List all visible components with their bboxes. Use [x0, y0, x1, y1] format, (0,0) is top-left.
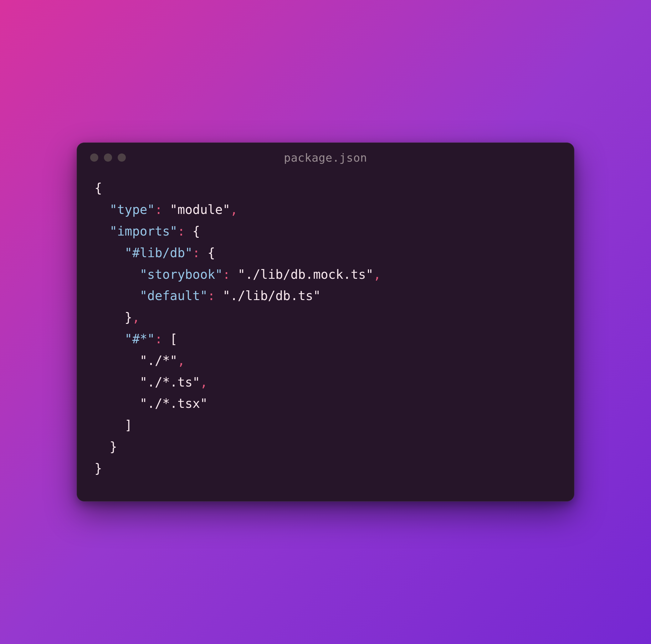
code-line: ] — [95, 414, 556, 436]
window-title: package.json — [284, 151, 367, 164]
code-area[interactable]: { "type": "module", "imports": { "#lib/d… — [77, 168, 574, 501]
code-line: "type": "module", — [95, 199, 556, 221]
code-line: "#lib/db": { — [95, 242, 556, 264]
code-line: "storybook": "./lib/db.mock.ts", — [95, 264, 556, 285]
maximize-icon[interactable] — [118, 153, 126, 162]
code-line: "./*", — [95, 350, 556, 372]
code-line: "default": "./lib/db.ts" — [95, 285, 556, 306]
code-line: "imports": { — [95, 221, 556, 242]
code-line: "./*.tsx" — [95, 393, 556, 414]
editor-window: package.json { "type": "module", "import… — [77, 143, 574, 501]
titlebar: package.json — [77, 143, 574, 168]
code-line: { — [95, 177, 556, 199]
code-line: }, — [95, 306, 556, 328]
close-icon[interactable] — [90, 153, 98, 162]
minimize-icon[interactable] — [104, 153, 112, 162]
code-line: } — [95, 458, 556, 479]
code-line: "./*.ts", — [95, 372, 556, 393]
traffic-lights — [90, 153, 126, 162]
code-line: "#*": [ — [95, 328, 556, 350]
code-line: } — [95, 436, 556, 458]
